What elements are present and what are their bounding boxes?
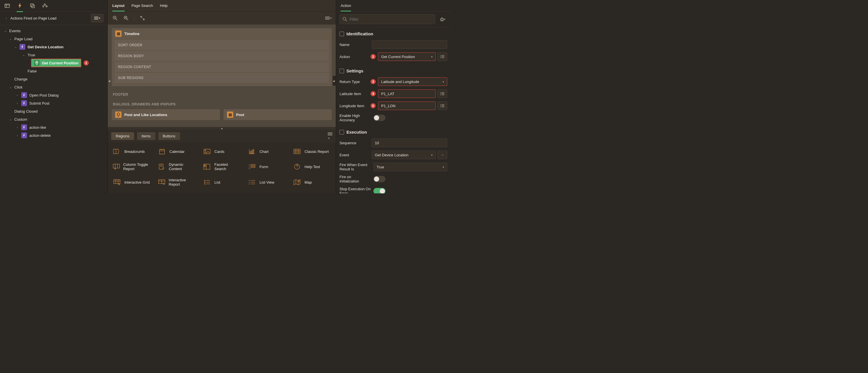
tree-node-false[interactable]: False: [0, 67, 107, 75]
toggle-enable-high-accuracy[interactable]: [373, 115, 385, 121]
select-return-type[interactable]: Latitude and Longitude▾: [378, 77, 447, 86]
processing-tab-icon[interactable]: [29, 2, 36, 9]
gallery-reflow-report[interactable]: Reflow Report: [111, 191, 152, 193]
tree-node-action-like[interactable]: › action-like: [0, 123, 107, 131]
gallery-dynamic-content[interactable]: Dynamic Content: [156, 160, 197, 173]
gallery-tab-items[interactable]: Items: [137, 132, 155, 140]
tree-node-get-current-position[interactable]: Get Current Position 1: [0, 59, 107, 67]
gallery-interactive-report[interactable]: Interactive Report: [156, 176, 197, 189]
select-event[interactable]: Get Device Location▾: [372, 150, 436, 159]
rendering-tab-icon[interactable]: [3, 2, 11, 9]
gallery-help-text[interactable]: Help Text: [291, 160, 332, 173]
gallery-static-content[interactable]: Static Content: [291, 191, 332, 193]
input-longitude-item[interactable]: P1_LON: [378, 102, 436, 110]
label-enable-high-accuracy: Enable High Accuracy: [340, 114, 371, 122]
zoom-out-icon[interactable]: [111, 14, 119, 22]
tab-action[interactable]: Action: [341, 0, 351, 11]
longitude-lov-button[interactable]: [437, 102, 447, 110]
select-action[interactable]: Get Current Position▾: [378, 52, 436, 61]
gallery-list[interactable]: List: [202, 176, 242, 189]
faceted-search-icon: [203, 163, 211, 171]
action-lov-button[interactable]: [437, 52, 447, 61]
slot-region-body[interactable]: REGION BODY: [115, 51, 329, 61]
slot-sub-regions[interactable]: SUB REGIONS: [115, 73, 329, 83]
gallery-form[interactable]: Form: [246, 160, 287, 173]
input-name[interactable]: [372, 40, 447, 49]
properties-menu-icon[interactable]: ▾: [438, 15, 447, 24]
gallery-splitter[interactable]: ▾: [108, 127, 336, 130]
tree-menu-button[interactable]: ▾: [91, 14, 103, 22]
svg-line-93: [345, 20, 347, 21]
calendar-icon: [158, 147, 166, 155]
select-fire-when[interactable]: True▾: [373, 163, 447, 171]
tree-node-get-device-location[interactable]: ⌄ Get Device Location: [0, 43, 107, 51]
tab-layout[interactable]: Layout: [112, 0, 125, 11]
center-panel: Layout Page Search Help ▾ ◂ ▸ ▤Timeline …: [108, 0, 336, 193]
gallery-search[interactable]: Search: [202, 191, 242, 193]
section-checkbox[interactable]: [340, 130, 344, 135]
left-header-title: Actions Fired on Page Load: [10, 16, 91, 20]
gallery-column-toggle[interactable]: Column Toggle Report: [111, 160, 152, 173]
bolt-icon: [21, 92, 27, 98]
section-identification[interactable]: Identification: [340, 29, 447, 38]
gallery-smart-filters[interactable]: Smart Filters: [246, 191, 287, 193]
gallery-tab-buttons[interactable]: Buttons: [158, 132, 180, 140]
input-sequence[interactable]: 10: [372, 139, 447, 147]
input-latitude-item[interactable]: P1_LAT: [378, 89, 436, 98]
label-longitude-item: Longitude Item: [340, 104, 369, 108]
tree-node-change[interactable]: Change: [0, 75, 107, 83]
section-dialogs: DIALOGS, DRAWERS AND POPUPS: [112, 99, 332, 109]
resize-handle-right[interactable]: ▸: [333, 76, 336, 86]
shared-components-tab-icon[interactable]: [41, 2, 49, 9]
label-latitude-item: Latitude Item: [340, 92, 369, 96]
gallery-rds[interactable]: Region Display Selector: [156, 191, 197, 193]
gallery-chart[interactable]: Chart: [246, 145, 287, 158]
gallery-menu-icon[interactable]: ▾: [328, 132, 332, 140]
right-panel: Action ▾ Identification Name Action 2: [336, 0, 451, 193]
dynamic-actions-tab-icon[interactable]: [16, 2, 24, 9]
region-post-like-locations[interactable]: Post and Like Locations: [112, 109, 220, 120]
chevron-right-icon[interactable]: ›: [4, 16, 9, 20]
gallery-tab-regions[interactable]: Regions: [111, 132, 134, 140]
section-execution[interactable]: Execution: [340, 127, 447, 137]
tree-node-page-load[interactable]: ⌄ Page Load: [0, 35, 107, 43]
tree-node-action-delete[interactable]: › action-delete: [0, 131, 107, 139]
layout-menu-icon[interactable]: ▾: [324, 14, 332, 22]
slot-sort-order[interactable]: SORT ORDER: [115, 40, 329, 50]
expand-icon[interactable]: [138, 14, 147, 22]
gallery-calendar[interactable]: Calendar: [156, 145, 197, 158]
gallery-classic-report[interactable]: Classic Report: [291, 145, 332, 158]
region-post[interactable]: ▤Post: [223, 109, 332, 120]
tree-node-events[interactable]: ⌄ Events: [0, 27, 107, 35]
tree-node-true[interactable]: ⌄ True: [0, 51, 107, 59]
svg-rect-32: [253, 149, 254, 154]
tree-node-click[interactable]: ⌄ Click: [0, 83, 107, 91]
filter-input-wrapper[interactable]: [340, 15, 435, 24]
zoom-in-icon[interactable]: [122, 14, 130, 22]
chevron-down-icon: ⌄: [8, 117, 13, 121]
tree-node-submit-post[interactable]: › Submit Post: [0, 99, 107, 107]
tab-help[interactable]: Help: [160, 0, 168, 11]
section-checkbox[interactable]: [340, 32, 344, 36]
tree-node-custom[interactable]: ⌄ Custom: [0, 115, 107, 123]
tab-page-search[interactable]: Page Search: [131, 0, 153, 11]
tree-node-open-post-dialog[interactable]: › Open Post Dialog: [0, 91, 107, 99]
gallery-list-view[interactable]: List View: [246, 176, 287, 189]
section-checkbox[interactable]: [340, 69, 344, 73]
gallery-faceted-search[interactable]: Faceted Search: [202, 160, 242, 173]
toggle-stop-execution[interactable]: [373, 188, 385, 193]
event-goto-button[interactable]: →: [437, 150, 447, 159]
section-settings[interactable]: Settings: [340, 66, 447, 76]
filter-input[interactable]: [349, 17, 432, 22]
tree-node-dialog-closed[interactable]: Dialog Closed: [0, 107, 107, 115]
slot-region-content[interactable]: REGION CONTENT: [115, 62, 329, 72]
svg-rect-30: [250, 151, 251, 154]
gallery-interactive-grid[interactable]: Interactive Grid: [111, 176, 152, 189]
gallery-breadcrumb[interactable]: Breadcrumb: [111, 145, 152, 158]
latitude-lov-button[interactable]: [437, 89, 447, 98]
region-timeline[interactable]: ▤Timeline SORT ORDER REGION BODY REGION …: [112, 28, 332, 86]
gallery-map[interactable]: Map: [291, 176, 332, 189]
toggle-fire-on-init[interactable]: [373, 176, 385, 182]
gallery-cards[interactable]: Cards: [202, 145, 242, 158]
resize-handle-left[interactable]: ◂: [108, 76, 111, 86]
